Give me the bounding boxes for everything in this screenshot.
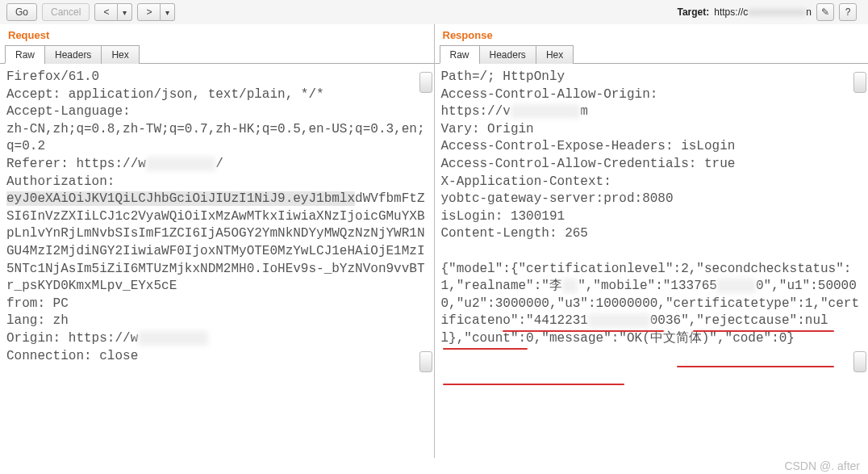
toolbar: Go Cancel < ▾ > ▾ Target: https://cxxxxx…	[0, 0, 868, 24]
prev-split-button[interactable]: < ▾	[94, 3, 132, 21]
target-area: Target: https://cxxxxxxxxxxxxn ✎ ?	[678, 3, 862, 21]
tab-hex-response[interactable]: Hex	[536, 45, 574, 64]
tab-headers-response[interactable]: Headers	[479, 45, 536, 64]
response-panel: Response Raw Headers Hex Path=/; HttpOnl…	[435, 24, 869, 458]
prev-button[interactable]: <	[94, 3, 118, 21]
target-url: https://cxxxxxxxxxxxxn	[714, 6, 812, 18]
prev-dropdown-icon[interactable]: ▾	[118, 3, 132, 21]
response-text-2: m Vary: Origin Access-Control-Expose-Hea…	[441, 104, 852, 293]
request-referer-redacted: xxxxxxxxx	[146, 157, 215, 171]
request-title: Request	[0, 24, 434, 44]
help-icon[interactable]: ?	[839, 3, 857, 21]
grip-knob-icon[interactable]	[419, 72, 432, 93]
response-realname-redacted: XX	[562, 279, 578, 293]
tab-raw-request[interactable]: Raw	[5, 45, 45, 64]
response-title: Response	[435, 24, 869, 44]
highlight-realname	[503, 330, 664, 332]
response-raw-body[interactable]: Path=/; HttpOnly Access-Control-Allow-Or…	[435, 64, 869, 458]
grip-knob-icon[interactable]	[419, 351, 432, 372]
response-scrollbar[interactable]	[853, 64, 868, 458]
response-origin-redacted: xxxxxxxxx	[511, 104, 580, 119]
response-tab-bar: Raw Headers Hex	[435, 44, 869, 64]
next-split-button[interactable]: > ▾	[137, 3, 175, 21]
highlight-mobile	[693, 330, 834, 332]
request-raw-body[interactable]: Firefox/61.0 Accept: application/json, t…	[0, 64, 434, 458]
response-mobile-redacted: xxxxx	[717, 279, 756, 293]
target-label: Target:	[678, 6, 710, 18]
next-dropdown-icon[interactable]: ▾	[161, 3, 175, 21]
watermark: CSDN @. after	[784, 459, 860, 472]
request-origin-redacted: xxxxxxxxx	[138, 331, 207, 346]
highlight-certno-2	[443, 384, 624, 385]
cancel-button: Cancel	[42, 3, 90, 21]
request-panel: Request Raw Headers Hex Firefox/61.0 Acc…	[0, 24, 435, 458]
request-auth-selected: eyJ0eXAiOiJKV1QiLCJhbGciOiJIUzI1NiJ9.eyJ…	[6, 191, 355, 206]
go-button[interactable]: Go	[6, 3, 37, 21]
request-tab-bar: Raw Headers Hex	[0, 44, 434, 64]
response-certno-redacted: xxxxxxxx	[588, 313, 650, 328]
grip-knob-icon[interactable]	[853, 351, 866, 372]
tab-raw-response[interactable]: Raw	[440, 45, 480, 64]
target-url-suffix: n	[806, 6, 812, 18]
target-url-redacted: xxxxxxxxxxxx	[748, 6, 806, 18]
response-text-3: ","mobile":"133765	[578, 279, 717, 293]
request-text-4: Connection: close	[6, 349, 138, 363]
request-text-3: dWVfbmFtZSI6InVzZXIiLCJ1c2VyaWQiOiIxMzAw…	[6, 191, 425, 346]
next-button[interactable]: >	[137, 3, 161, 21]
tab-hex-request[interactable]: Hex	[101, 45, 139, 64]
request-scrollbar[interactable]	[419, 64, 434, 458]
panels: Request Raw Headers Hex Firefox/61.0 Acc…	[0, 24, 868, 458]
tab-headers-request[interactable]: Headers	[44, 45, 102, 64]
target-url-prefix: https://c	[714, 6, 748, 18]
edit-icon[interactable]: ✎	[816, 3, 834, 21]
grip-knob-icon[interactable]	[853, 72, 866, 93]
highlight-mobile-2	[443, 348, 528, 350]
highlight-certno	[677, 366, 834, 367]
